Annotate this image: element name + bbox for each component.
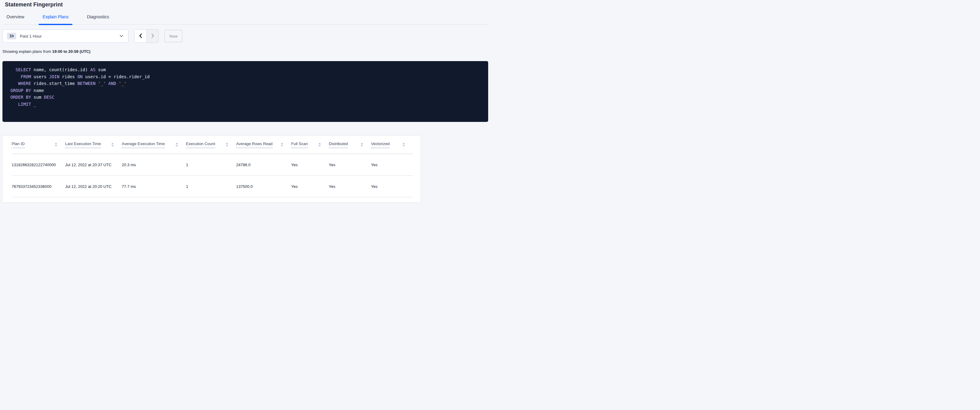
time-interval-badge: 1h bbox=[7, 33, 16, 40]
cell-average-execution-time: 20.3 ms bbox=[122, 154, 186, 176]
sql-token-kw: JOIN bbox=[49, 74, 59, 79]
sql-token-kw: ON bbox=[77, 74, 83, 79]
sort-icon[interactable] bbox=[226, 142, 228, 147]
cell-plan-id: 13182663282122740000 bbox=[12, 154, 65, 176]
cell-full-scan: Yes bbox=[291, 176, 329, 197]
sql-token-kw: LIMIT bbox=[10, 102, 31, 107]
column-header-average-rows-read[interactable]: Average Rows Read bbox=[236, 136, 291, 154]
column-label: Full Scan bbox=[291, 141, 308, 148]
sql-token-str: '_' bbox=[98, 81, 106, 86]
status-line: Showing explain plans from 19:00 to 20:5… bbox=[2, 49, 91, 54]
cell-vectorized: Yes bbox=[371, 176, 413, 197]
sql-token-kw: AND bbox=[108, 81, 116, 86]
sql-token-id: rides bbox=[59, 74, 77, 79]
sql-token-id bbox=[116, 81, 119, 86]
column-label: Vectorized bbox=[371, 141, 390, 148]
sql-token-id: name, count(rides.id) bbox=[31, 67, 90, 72]
cell-distributed: Yes bbox=[329, 154, 371, 176]
tab-label: Diagnostics bbox=[87, 14, 109, 19]
cell-vectorized: Yes bbox=[371, 154, 413, 176]
sort-icon[interactable] bbox=[281, 142, 283, 147]
column-header-plan-id[interactable]: Plan ID bbox=[12, 136, 65, 154]
sql-token-kw: GROUP BY bbox=[10, 88, 31, 93]
sql-token-kw: DESC bbox=[44, 95, 54, 100]
cell-full-scan: Yes bbox=[291, 154, 329, 176]
cell-execution-count: 1 bbox=[186, 176, 236, 197]
cell-last-execution-time: Jul 12, 2022 at 20:37 UTC bbox=[65, 154, 122, 176]
column-header-vectorized[interactable]: Vectorized bbox=[371, 136, 413, 154]
time-range-text: 19:00 to 20:59 (UTC) bbox=[52, 49, 91, 54]
sort-icon[interactable] bbox=[318, 142, 321, 147]
time-range-label: Past 1 Hour bbox=[20, 34, 41, 38]
sql-token-str: '_' bbox=[119, 81, 126, 86]
chevron-right-icon bbox=[151, 33, 154, 39]
column-header-full-scan[interactable]: Full Scan bbox=[291, 136, 329, 154]
cell-distributed: Yes bbox=[329, 176, 371, 197]
cell-plan-id: 767933723452336000 bbox=[12, 176, 65, 197]
sql-statement-box: SELECT name, count(rides.id) AS sum FROM… bbox=[2, 61, 488, 122]
sql-token-ph: _ bbox=[31, 102, 36, 107]
cell-average-execution-time: 77.7 ms bbox=[122, 176, 186, 197]
sql-token-id: users.id = rides.rider_id bbox=[83, 74, 150, 79]
cell-execution-count: 1 bbox=[186, 154, 236, 176]
sort-icon[interactable] bbox=[402, 142, 405, 147]
column-header-execution-count[interactable]: Execution Count bbox=[186, 136, 236, 154]
tab-label: Overview bbox=[6, 14, 24, 19]
sort-icon[interactable] bbox=[175, 142, 178, 147]
table-header-row: Plan IDLast Execution TimeAverage Execut… bbox=[12, 136, 413, 154]
column-label: Execution Count bbox=[186, 141, 215, 148]
sort-icon[interactable] bbox=[361, 142, 363, 147]
sql-token-kw: AS bbox=[90, 67, 95, 72]
chevron-down-icon bbox=[119, 35, 123, 37]
column-label: Average Rows Read bbox=[236, 141, 272, 148]
column-label: Last Execution Time bbox=[65, 141, 101, 148]
range-step-buttons bbox=[134, 29, 159, 43]
table-row[interactable]: 13182663282122740000Jul 12, 2022 at 20:3… bbox=[12, 154, 413, 176]
sql-token-kw: BETWEEN bbox=[77, 81, 95, 86]
column-header-last-execution-time[interactable]: Last Execution Time bbox=[65, 136, 122, 154]
cell-average-rows-read: 24786.0 bbox=[236, 154, 291, 176]
column-header-average-execution-time[interactable]: Average Execution Time bbox=[122, 136, 186, 154]
sql-token-kw: FROM bbox=[10, 74, 31, 79]
chevron-left-icon bbox=[139, 33, 142, 39]
status-prefix: Showing explain plans from bbox=[2, 49, 52, 54]
sql-token-id: rides.start_time bbox=[31, 81, 77, 86]
tab-overview[interactable]: Overview bbox=[2, 14, 28, 24]
sql-token-id: sum bbox=[95, 67, 106, 72]
prev-range-button[interactable] bbox=[135, 30, 146, 43]
table-row[interactable]: 767933723452336000Jul 12, 2022 at 20:20 … bbox=[12, 176, 413, 197]
tab-explain-plans[interactable]: Explain Plans bbox=[38, 14, 73, 24]
now-button[interactable]: Now bbox=[165, 30, 182, 42]
tab-label: Explain Plans bbox=[43, 14, 68, 19]
explain-plans-table: Plan IDLast Execution TimeAverage Execut… bbox=[12, 136, 413, 197]
tab-diagnostics[interactable]: Diagnostics bbox=[83, 14, 113, 24]
sql-token-kw: SELECT bbox=[10, 67, 31, 72]
sql-code: SELECT name, count(rides.id) AS sum FROM… bbox=[10, 66, 482, 108]
statement-fingerprint-page: Statement Fingerprint OverviewExplain Pl… bbox=[0, 0, 490, 205]
sql-token-id: name bbox=[31, 88, 44, 93]
sort-icon[interactable] bbox=[111, 142, 114, 147]
explain-plans-table-card: Plan IDLast Execution TimeAverage Execut… bbox=[2, 136, 420, 202]
cell-last-execution-time: Jul 12, 2022 at 20:20 UTC bbox=[65, 176, 122, 197]
time-range-dropdown[interactable]: 1h Past 1 Hour bbox=[2, 29, 129, 43]
sql-token-id bbox=[95, 81, 98, 86]
cell-average-rows-read: 137500.0 bbox=[236, 176, 291, 197]
sql-token-kw: ORDER BY bbox=[10, 95, 31, 100]
tab-bar: OverviewExplain PlansDiagnostics bbox=[2, 14, 488, 25]
sort-icon[interactable] bbox=[55, 142, 57, 147]
page-title: Statement Fingerprint bbox=[5, 0, 63, 9]
column-label: Average Execution Time bbox=[122, 141, 165, 148]
sql-token-kw: WHERE bbox=[10, 81, 31, 86]
column-label: Distributed bbox=[329, 141, 348, 148]
column-label: Plan ID bbox=[12, 141, 25, 148]
time-controls: 1h Past 1 Hour bbox=[2, 29, 182, 43]
sql-token-id: sum bbox=[31, 95, 44, 100]
sql-token-id: users bbox=[31, 74, 49, 79]
column-header-distributed[interactable]: Distributed bbox=[329, 136, 371, 154]
next-range-button[interactable] bbox=[146, 30, 158, 43]
